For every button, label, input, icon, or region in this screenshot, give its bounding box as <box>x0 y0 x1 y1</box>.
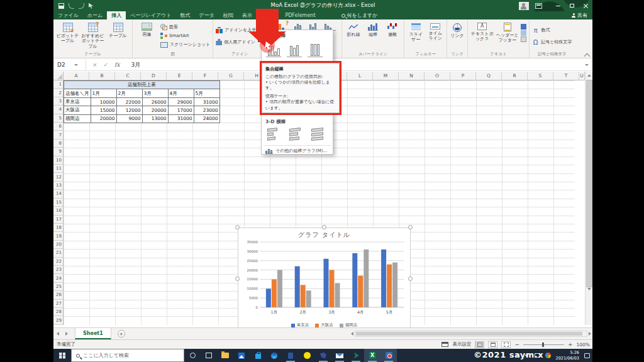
row-header-2[interactable]: 2 <box>53 89 64 97</box>
yellow-app-button[interactable] <box>299 349 315 362</box>
scroll-down-icon[interactable] <box>587 288 591 290</box>
slicer-button[interactable]: スライサー <box>407 21 425 51</box>
row-header-16[interactable]: 16 <box>53 207 64 215</box>
row-header-9[interactable]: 9 <box>53 148 64 156</box>
timeline-button[interactable]: タイムライン <box>426 21 444 51</box>
save-icon[interactable] <box>58 3 64 9</box>
header-footer-button[interactable]: ヘッダーとフッター <box>496 21 519 51</box>
new-sheet-button[interactable]: + <box>118 330 125 337</box>
row-header-11[interactable]: 11 <box>53 165 64 173</box>
row-header-7[interactable]: 7 <box>53 131 64 139</box>
equation-button[interactable]: π数式 <box>532 26 572 34</box>
column-header-T[interactable]: T <box>553 72 579 80</box>
select-all-button[interactable] <box>53 72 64 80</box>
row-header-29[interactable]: 29 <box>53 316 64 324</box>
sheet-prev-icon[interactable] <box>53 332 62 336</box>
zoom-slider[interactable] <box>523 344 564 345</box>
collapse-ribbon-icon[interactable] <box>585 53 589 56</box>
user-avatar[interactable] <box>519 2 529 10</box>
table-cell[interactable]: 31000 <box>168 114 194 123</box>
table-cell[interactable]: 26000 <box>142 97 168 106</box>
row-header-20[interactable]: 20 <box>53 241 64 249</box>
column-header-G[interactable]: G <box>218 72 244 80</box>
table-cell[interactable]: 17000 <box>168 106 194 114</box>
tab-2[interactable]: ホーム <box>83 11 107 19</box>
table-cell[interactable]: 24000 <box>194 114 219 123</box>
column-header-R[interactable]: R <box>502 72 528 80</box>
tab-4[interactable]: ページレイアウト <box>126 11 175 19</box>
maximize-button[interactable] <box>565 0 579 11</box>
taskbar-clock[interactable]: 5:26 2021/06/03 <box>556 350 579 360</box>
smartart-button[interactable]: SmartArt <box>160 32 210 40</box>
chart-resize-handle[interactable] <box>235 225 240 229</box>
row-header-8[interactable]: 8 <box>53 140 64 148</box>
table-cell[interactable]: 東京店 <box>64 97 91 106</box>
cortana-button[interactable] <box>184 349 201 362</box>
table-cell[interactable]: 20000 <box>91 114 116 123</box>
column-header-A[interactable]: A <box>64 72 89 80</box>
browser-tray-icon[interactable] <box>545 353 551 358</box>
display-settings-label[interactable]: 表示設定 <box>452 341 471 348</box>
redo-icon[interactable] <box>79 3 84 9</box>
name-box[interactable]: D2 <box>53 59 86 70</box>
row-header-18[interactable]: 18 <box>53 224 64 232</box>
minimize-button[interactable] <box>551 0 565 11</box>
scroll-up-icon[interactable] <box>587 74 591 77</box>
row-header-24[interactable]: 24 <box>53 274 64 282</box>
row-header-22[interactable]: 22 <box>53 258 64 266</box>
expand-formula-bar-icon[interactable] <box>585 64 589 66</box>
tab-5[interactable]: 数式 <box>175 11 194 19</box>
table-cell[interactable]: 店舗別売上表 <box>64 81 220 89</box>
table-cell[interactable]: 1月 <box>91 89 116 97</box>
chart-resize-handle[interactable] <box>322 225 326 229</box>
task-view-button[interactable] <box>201 349 217 362</box>
photos-button[interactable] <box>233 349 250 362</box>
table-cell[interactable]: 5月 <box>194 89 219 97</box>
bird-app-button[interactable] <box>315 349 331 362</box>
scroll-right-icon[interactable] <box>589 332 591 336</box>
sparkline-winloss-button[interactable]: 勝敗 <box>384 21 401 51</box>
table-cell[interactable]: 13000 <box>142 114 168 123</box>
link-button[interactable]: リンク <box>450 21 465 51</box>
column-header-Q[interactable]: Q <box>476 72 502 80</box>
table-button[interactable]: テーブル <box>106 21 130 51</box>
zoom-slider-thumb[interactable] <box>542 343 544 347</box>
chart-resize-handle[interactable] <box>408 277 413 281</box>
scroll-left-icon[interactable] <box>351 332 353 336</box>
vertical-scrollbar[interactable] <box>585 72 592 325</box>
row-header-12[interactable]: 12 <box>53 173 64 181</box>
more-column-charts-item[interactable]: その他の縦棒グラフ(M)... <box>264 146 330 155</box>
column-header-P[interactable]: P <box>450 72 476 80</box>
row-header-14[interactable]: 14 <box>53 190 64 198</box>
column-header-F[interactable]: F <box>192 72 218 80</box>
zoom-out-button[interactable]: − <box>514 341 519 348</box>
pivot-table-button[interactable]: ピボットテーブル <box>56 21 79 51</box>
row-header-17[interactable]: 17 <box>53 216 64 224</box>
table-cell[interactable]: 22000 <box>116 97 142 106</box>
share-button[interactable]: 共有 <box>572 11 592 19</box>
table-cell[interactable]: 10000 <box>91 97 116 106</box>
sheet-next-icon[interactable] <box>62 332 71 336</box>
tab-1[interactable]: ファイル <box>53 11 83 19</box>
horizontal-scrollbar[interactable] <box>351 331 592 337</box>
picture-button[interactable]: 画像 <box>135 21 158 51</box>
table-cell[interactable]: 23000 <box>194 106 219 114</box>
recorder-app-button[interactable] <box>380 349 397 362</box>
symbol-button[interactable]: Ω記号と特殊文字 <box>532 38 572 46</box>
close-button[interactable] <box>579 0 592 11</box>
column-header-C[interactable]: C <box>115 72 141 80</box>
chart-title[interactable]: グラフ タイトル <box>238 231 410 239</box>
column-header-E[interactable]: E <box>167 72 192 80</box>
wordart-icon[interactable] <box>521 24 526 30</box>
action-center-icon[interactable] <box>584 353 590 358</box>
cancel-icon[interactable]: × <box>92 62 97 68</box>
mail-button[interactable] <box>331 349 348 362</box>
table-cell[interactable]: 9000 <box>116 114 142 123</box>
touch-mode-icon[interactable] <box>89 3 93 9</box>
store-button[interactable] <box>250 349 266 362</box>
column-header-S[interactable]: S <box>528 72 553 80</box>
stacked-3d-bar-option[interactable] <box>288 127 304 142</box>
row-header-15[interactable]: 15 <box>53 199 64 207</box>
percent-stacked-column-option[interactable] <box>308 41 323 57</box>
sheet-tab[interactable]: Sheet1 <box>75 328 111 339</box>
